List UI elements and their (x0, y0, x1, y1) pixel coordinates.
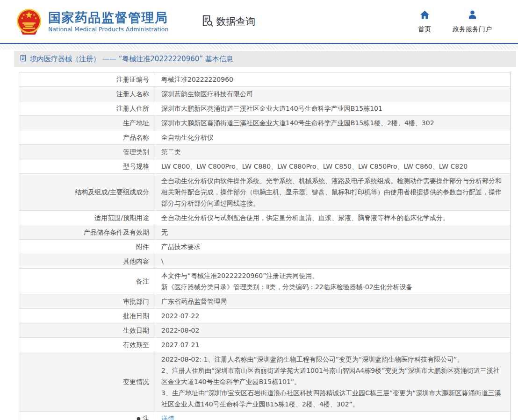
nav-portal[interactable]: 政务服务门户 (453, 9, 492, 34)
row-label: 适用范围/预期用途 (19, 211, 155, 225)
row-value: 2027-07-21 (155, 338, 510, 352)
home-icon (419, 9, 430, 22)
table-row: 生效日期 2022-08-02 (19, 323, 510, 338)
document-icon (20, 55, 27, 64)
table-row-note: 注 详情 (19, 412, 510, 420)
row-value: 2022-08-02 (155, 323, 510, 337)
row-label: 注册证编号 (19, 72, 155, 86)
table-row: 结构及组成/主要组成成分 全自动生化分析仪由软件操作系统、光学系统、机械系统、液… (19, 174, 510, 211)
row-value: 全自动生化分析仪与试剂配合使用，供定量分析血清、血浆、尿液、脑脊液等样本的临床化… (155, 211, 510, 225)
national-emblem-logo (16, 8, 42, 35)
table-row: 有效期至 2027-07-21 (19, 338, 510, 352)
brand-text: 国家药品监督管理局 National Medical Products Admi… (48, 10, 168, 33)
details-link[interactable]: 详情 (161, 413, 174, 420)
row-label: 产品名称 (19, 130, 155, 144)
row-value: 广东省药品监督管理局 (155, 294, 510, 308)
row-value: 详情 (155, 412, 510, 420)
row-label: 注册人名称 (19, 87, 155, 101)
nav-home[interactable]: 首页 (418, 9, 431, 34)
table-row: 其他内容 \ (19, 254, 510, 269)
row-value: 全自动生化分析仪由软件操作系统、光学系统、机械系统、液路及电子系统组成。检测动作… (155, 174, 510, 210)
table-row: 产品名称 全自动生化分析仪 (19, 130, 510, 145)
header-nav: 首页 政务服务门户 (418, 9, 506, 34)
row-label: 其他内容 (19, 254, 155, 268)
brand[interactable]: 国家药品监督管理局 National Medical Products Admi… (16, 8, 168, 35)
row-label: 批准日期 (19, 309, 155, 323)
data-query-label: 数据查询 (216, 15, 255, 28)
row-label: 产品储存条件及有效期 (19, 225, 155, 239)
row-label: 生效日期 (19, 323, 155, 337)
nav-portal-label: 政务服务门户 (453, 25, 492, 34)
table-row: 变更情况 2022-08-02: 1、注册人名称由“深圳蓝韵生物工程有限公司”变… (19, 352, 510, 412)
table-row: 产品储存条件及有效期 无 (19, 225, 510, 240)
row-value: 产品技术要求 (155, 240, 510, 254)
table-row: 注册人名称 深圳蓝韵生物医疗科技有限公司 (19, 87, 510, 101)
table-row: 型号规格 LW C800、LW C800Pro、LW C880、LW C880P… (19, 159, 510, 174)
table-row: 审批部门 广东省药品监督管理局 (19, 294, 510, 309)
page-header: 国家药品监督管理局 National Medical Products Admi… (0, 0, 518, 43)
page-title-bar: 境内医疗器械（注册） —— “粤械注准20222220960” 基本信息 (14, 51, 516, 67)
hatch-stripe-band (0, 44, 518, 50)
table-row: 适用范围/预期用途 全自动生化分析仪与试剂配合使用，供定量分析血清、血浆、尿液、… (19, 211, 510, 225)
row-value: LW C800、LW C800Pro、LW C880、LW C880Pro、LW… (155, 159, 510, 173)
table-row: 注册人住所 深圳市大鹏新区葵涌街道三溪社区金业大道140号生命科学产业园B15栋… (19, 101, 510, 116)
bulb-icon (136, 414, 141, 420)
row-label: 结构及组成/主要组成成分 (19, 174, 155, 210)
person-icon (467, 9, 478, 22)
row-value: \ (155, 254, 510, 268)
row-label: 管理类别 (19, 145, 155, 159)
row-value: 深圳蓝韵生物医疗科技有限公司 (155, 87, 510, 101)
registration-info-table: 注册证编号 粤械注准20222220960 注册人名称 深圳蓝韵生物医疗科技有限… (19, 72, 511, 420)
brand-title: 国家药品监督管理局 (48, 10, 168, 25)
data-query-tab[interactable]: 数据查询 (201, 14, 255, 29)
row-label: 生产地址 (19, 116, 155, 130)
row-value: 本文件与“粤械注准20222220960”注册证共同使用。 新《医疗器械分类目录… (155, 269, 510, 294)
table-row: 批准日期 2022-07-22 (19, 309, 510, 323)
table-row: 生产地址 深圳市大鹏新区葵涌街道三溪社区金业大道140号生命科学产业园B15栋1… (19, 116, 510, 130)
table-row: 备注 本文件与“粤械注准20222220960”注册证共同使用。 新《医疗器械分… (19, 269, 510, 294)
row-value: 粤械注准20222220960 (155, 72, 510, 86)
data-query-icon (201, 14, 214, 29)
row-value: 深圳市大鹏新区葵涌街道三溪社区金业大道140号生命科学产业园B15栋1楼、2楼、… (155, 116, 510, 130)
row-label: 备注 (19, 269, 155, 294)
brand-subtitle: National Medical Products Administration (48, 26, 168, 33)
row-value: 全自动生化分析仪 (155, 130, 510, 144)
row-value: 深圳市大鹏新区葵涌街道三溪社区金业大道140号生命科学产业园B15栋101 (155, 101, 510, 115)
row-label: 变更情况 (19, 352, 155, 411)
row-label: 型号规格 (19, 159, 155, 173)
table-row: 附件 产品技术要求 (19, 240, 510, 254)
table-row: 注册证编号 粤械注准20222220960 (19, 72, 510, 87)
row-value: 2022-08-02: 1、注册人名称由“深圳蓝韵生物工程有限公司”变更为“深圳… (155, 352, 510, 411)
row-label: 附件 (19, 240, 155, 254)
row-label: 审批部门 (19, 294, 155, 308)
row-value: 2022-07-22 (155, 309, 510, 323)
page-title: 境内医疗器械（注册） —— “粤械注准20222220960” 基本信息 (30, 55, 233, 64)
row-label: 注册人住所 (19, 101, 155, 115)
nav-home-label: 首页 (418, 25, 431, 34)
row-value: 无 (155, 225, 510, 239)
table-row: 管理类别 第二类 (19, 145, 510, 159)
row-label: 有效期至 (19, 338, 155, 352)
row-label: 注 (19, 412, 155, 420)
row-value: 第二类 (155, 145, 510, 159)
